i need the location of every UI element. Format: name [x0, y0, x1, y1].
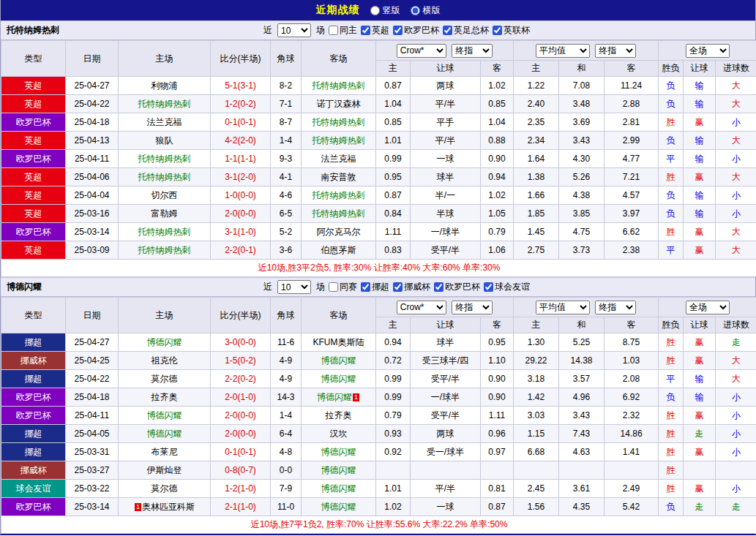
same-competition-checkbox[interactable] [329, 282, 338, 292]
same-competition-filter[interactable]: 同赛 [329, 281, 357, 293]
score-cell[interactable]: 1-0(0-0) [211, 186, 271, 205]
near-count-select[interactable]: 10 [277, 23, 311, 37]
league-filter[interactable]: 欧罗巴杯 [434, 281, 480, 293]
home-team[interactable]: 博德闪耀 [119, 333, 211, 352]
score-cell[interactable]: 5-1(3-1) [211, 77, 271, 95]
away-team[interactable]: 博德闪耀 [302, 443, 376, 461]
home-team[interactable]: 1奥林匹亚科斯 [119, 498, 211, 516]
home-team[interactable]: 布莱尼 [119, 443, 211, 461]
home-team[interactable]: 利物浦 [119, 77, 211, 95]
team-name: 法兰克福 [321, 154, 356, 164]
away-team[interactable]: 托特纳姆热刺 [302, 77, 376, 95]
away-team[interactable]: KFUM奥斯陆 [302, 333, 376, 352]
vertical-radio[interactable] [370, 6, 380, 15]
league-filter[interactable]: 英足总杯 [443, 24, 489, 37]
away-team[interactable]: 阿尔克马尔 [302, 223, 376, 241]
away-team[interactable]: 汉坎 [302, 425, 376, 443]
home-team[interactable]: 拉齐奥 [119, 388, 211, 407]
score-cell[interactable]: 2-0(0-0) [211, 407, 271, 425]
score-cell[interactable]: 0-1(0-1) [211, 113, 271, 132]
home-team[interactable]: 博德闪耀 [119, 407, 211, 425]
home-team[interactable]: 托特纳姆热刺 [119, 95, 211, 113]
league-checkbox[interactable] [493, 26, 502, 35]
league-filter[interactable]: 挪威杯 [393, 281, 430, 293]
match-row: 欧罗巴杯25-04-11博德闪耀2-0(0-0)1-4拉齐奥0.79受平/半1.… [1, 407, 756, 425]
home-team[interactable]: 祖克伦 [119, 352, 211, 370]
score-cell[interactable]: 2-0(0-0) [211, 425, 271, 443]
vertical-layout-option[interactable]: 竖版 [370, 4, 400, 17]
final-odds-select[interactable]: 终指 [452, 44, 493, 58]
away-team[interactable]: 博德闪耀 [302, 352, 376, 370]
bookmaker-select[interactable]: Crow* [397, 44, 446, 58]
final-odds-select[interactable]: 终指 [452, 301, 493, 314]
league-checkbox[interactable] [484, 282, 493, 292]
away-team[interactable]: 诺丁汉森林 [302, 95, 376, 113]
league-checkbox[interactable] [361, 282, 370, 292]
same-venue-label: 同主 [340, 24, 357, 37]
score-cell[interactable]: 3-1(1-0) [211, 223, 271, 241]
home-team[interactable]: 博德闪耀 [119, 425, 211, 443]
league-filter[interactable]: 英超 [361, 24, 389, 37]
away-team[interactable]: 博德闪耀 [302, 480, 376, 498]
league-checkbox[interactable] [434, 282, 444, 292]
average-select[interactable]: 平均值 [536, 44, 590, 58]
league-checkbox[interactable] [393, 26, 403, 35]
score-cell[interactable]: 3-1(2-0) [211, 168, 271, 186]
away-team[interactable]: 托特纳姆热刺 [302, 132, 376, 150]
same-venue-filter[interactable]: 同主 [329, 24, 357, 37]
horizontal-radio[interactable] [411, 6, 420, 15]
away-team[interactable]: 拉齐奥 [302, 407, 376, 425]
full-match-select[interactable]: 全场 [686, 301, 730, 314]
avg-home-odds: 6.68 [514, 443, 559, 461]
horizontal-layout-option[interactable]: 横版 [411, 4, 441, 17]
league-checkbox[interactable] [393, 282, 403, 292]
away-team[interactable]: 托特纳姆热刺 [302, 186, 376, 205]
away-team[interactable]: 法兰克福 [302, 150, 376, 168]
home-team[interactable]: 切尔西 [119, 186, 211, 205]
home-team[interactable]: 莫尔德 [119, 370, 211, 388]
league-filter[interactable]: 挪超 [361, 281, 389, 293]
final-odds-select[interactable]: 终指 [595, 301, 636, 314]
score-cell[interactable]: 1-1(1-1) [211, 150, 271, 168]
away-team[interactable]: 南安普敦 [302, 168, 376, 186]
home-team[interactable]: 托特纳姆热刺 [119, 150, 211, 168]
score-cell[interactable]: 2-2(0-1) [211, 241, 271, 260]
home-team[interactable]: 狼队 [119, 132, 211, 150]
away-team[interactable]: 托特纳姆热刺 [302, 113, 376, 132]
home-team[interactable]: 托特纳姆热刺 [119, 168, 211, 186]
score-cell[interactable]: 1-2(1-0) [211, 480, 271, 498]
average-select[interactable]: 平均值 [536, 301, 590, 314]
final-odds-select[interactable]: 终指 [595, 44, 636, 58]
score-cell[interactable]: 2-0(1-0) [211, 388, 271, 407]
bookmaker-select[interactable]: Crow* [397, 301, 446, 314]
score-cell[interactable]: 4-2(2-0) [211, 132, 271, 150]
full-match-select[interactable]: 全场 [686, 44, 730, 58]
away-team[interactable]: 托特纳姆热刺 [302, 205, 376, 223]
league-checkbox[interactable] [443, 26, 452, 35]
home-team[interactable]: 法兰克福 [119, 113, 211, 132]
same-venue-checkbox[interactable] [329, 26, 338, 35]
away-team[interactable]: 博德闪耀1 [302, 388, 376, 407]
score-cell[interactable]: 0-8(0-7) [211, 461, 271, 480]
score-cell[interactable]: 2-0(0-0) [211, 205, 271, 223]
near-count-select[interactable]: 10 [277, 280, 311, 294]
score-cell[interactable]: 0-1(0-1) [211, 443, 271, 461]
score-cell[interactable]: 1-2(0-2) [211, 95, 271, 113]
score-cell[interactable]: 3-0(0-0) [211, 333, 271, 352]
score-cell[interactable]: 2-1(1-0) [211, 498, 271, 516]
home-team[interactable]: 托特纳姆热刺 [119, 241, 211, 260]
away-team[interactable]: 博德闪耀 [302, 461, 376, 480]
home-team[interactable]: 伊斯灿登 [119, 461, 211, 480]
league-checkbox[interactable] [361, 26, 370, 35]
home-team[interactable]: 富勒姆 [119, 205, 211, 223]
league-filter[interactable]: 欧罗巴杯 [393, 24, 439, 37]
score-cell[interactable]: 2-2(0-2) [211, 370, 271, 388]
away-team[interactable]: 博德闪耀 [302, 370, 376, 388]
league-filter[interactable]: 球会友谊 [484, 281, 530, 293]
league-filter[interactable]: 英联杯 [493, 24, 530, 37]
home-team[interactable]: 莫尔德 [119, 480, 211, 498]
away-team[interactable]: 博德闪耀 [302, 498, 376, 516]
away-team[interactable]: 伯恩茅斯 [302, 241, 376, 260]
score-cell[interactable]: 1-5(0-2) [211, 352, 271, 370]
home-team[interactable]: 托特纳姆热刺 [119, 223, 211, 241]
